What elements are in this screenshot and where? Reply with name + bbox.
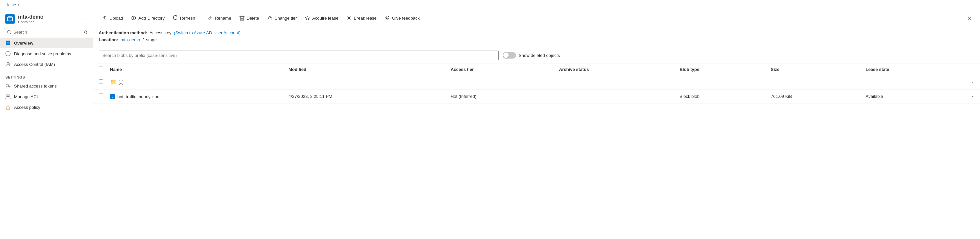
table-row: 📁 [..]: [93, 75, 980, 89]
rename-button[interactable]: Rename: [204, 13, 234, 23]
close-button[interactable]: ✕: [964, 14, 975, 24]
row-2-checkbox[interactable]: [99, 93, 103, 98]
toolbar: Upload Add Directory: [93, 10, 980, 26]
upload-button[interactable]: Upload: [99, 13, 126, 23]
row-2-modified: 4/27/2023, 3:25:11 PM: [283, 89, 445, 103]
sidebar-title: mta-demo: [18, 14, 77, 20]
row-checkbox-cell-2: [93, 89, 105, 103]
add-directory-button[interactable]: Add Directory: [128, 13, 168, 23]
svg-point-19: [8, 108, 8, 109]
toolbar-divider-1: [201, 14, 201, 22]
acquire-lease-icon: [305, 15, 310, 21]
archive-status-column-header: Archive status: [554, 64, 675, 75]
location-account-link[interactable]: mta-demo: [121, 37, 140, 42]
table-header-row: Name Modified Access tier Archive status…: [93, 64, 980, 75]
sidebar-more-button[interactable]: ···: [81, 15, 88, 23]
row-2-name: J bnt_traffic_hourly.json: [105, 89, 283, 103]
row-1-modified: [283, 75, 445, 89]
info-bar: Authentication method: Access key (Switc…: [93, 26, 980, 47]
key-icon: [5, 83, 11, 89]
row-2-more-button[interactable]: ···: [968, 92, 977, 101]
location-separator: /: [143, 37, 144, 42]
iam-icon: [5, 62, 11, 67]
svg-point-17: [8, 95, 10, 97]
content-area: Upload Add Directory: [93, 10, 980, 239]
refresh-button[interactable]: Refresh: [169, 13, 199, 23]
sidebar-search-row: [0, 27, 93, 38]
container-icon: [5, 14, 15, 24]
give-feedback-icon: [385, 15, 390, 21]
row-1-archive-status: [554, 75, 675, 89]
upload-icon: [102, 15, 107, 21]
delete-button[interactable]: Delete: [236, 13, 262, 23]
blobs-table: Name Modified Access tier Archive status…: [93, 64, 980, 104]
svg-line-3: [10, 33, 11, 34]
row-2-more-cell: ···: [963, 89, 980, 103]
svg-point-8: [8, 52, 8, 53]
give-feedback-button[interactable]: Give feedback: [381, 13, 423, 23]
change-tier-button[interactable]: Change tier: [264, 13, 300, 23]
row-1-more-cell: ···: [963, 75, 980, 89]
svg-rect-5: [8, 41, 10, 43]
sidebar-item-shared-access-label: Shared access tokens: [14, 84, 57, 89]
sidebar-item-manage-acl-label: Manage ACL: [14, 94, 39, 99]
content-wrapper: ✕ Upload: [93, 10, 980, 239]
sidebar-collapse-button[interactable]: [82, 28, 90, 36]
sidebar-item-manage-acl[interactable]: Manage ACL: [0, 91, 93, 102]
break-lease-button[interactable]: Break lease: [343, 13, 380, 23]
json-file-icon: J: [110, 94, 115, 99]
breadcrumb-home-link[interactable]: Home: [5, 3, 16, 7]
auth-label: Authentication method:: [99, 30, 147, 35]
sidebar-item-diagnose[interactable]: Diagnose and solve problems: [0, 48, 93, 59]
svg-point-16: [6, 95, 8, 97]
sidebar-item-iam[interactable]: Access Control (IAM): [0, 59, 93, 70]
auth-switch-link[interactable]: (Switch to Azure AD User Account): [173, 30, 240, 35]
location-label: Location:: [99, 37, 118, 42]
row-1-blob-type: [675, 75, 766, 89]
row-1-access-tier: [445, 75, 554, 89]
sidebar-item-overview[interactable]: Overview: [0, 38, 93, 48]
select-all-checkbox[interactable]: [99, 66, 103, 71]
row-2-lease-state: Available: [860, 89, 963, 103]
size-column-header: Size: [765, 64, 860, 75]
row-1-size: [765, 75, 860, 89]
folder-icon: 📁: [110, 79, 117, 85]
change-tier-icon: [267, 15, 272, 21]
show-deleted-toggle-container: Show deleted objects: [503, 52, 560, 59]
acquire-lease-button[interactable]: Acquire lease: [301, 13, 342, 23]
svg-point-33: [388, 17, 388, 17]
sidebar: mta-demo Container ···: [0, 10, 93, 239]
select-all-header: [93, 64, 105, 75]
row-1-name: 📁 [..]: [105, 75, 283, 89]
actions-header: [963, 64, 980, 75]
sidebar-item-access-policy[interactable]: Access policy: [0, 102, 93, 112]
show-deleted-label: Show deleted objects: [519, 53, 560, 58]
sidebar-item-overview-label: Overview: [14, 41, 33, 46]
refresh-icon: [173, 15, 178, 21]
blob-search-row: Show deleted objects: [93, 47, 980, 64]
row-1-checkbox[interactable]: [99, 79, 103, 84]
show-deleted-toggle[interactable]: [503, 52, 516, 59]
blob-table: Name Modified Access tier Archive status…: [93, 64, 980, 239]
break-lease-icon: [346, 15, 352, 21]
add-directory-icon: [131, 15, 136, 21]
toggle-knob: [503, 52, 509, 58]
auth-value: Access key: [150, 30, 171, 35]
row-1-more-button[interactable]: ···: [968, 78, 977, 87]
sidebar-item-shared-access-tokens[interactable]: Shared access tokens: [0, 81, 93, 91]
location-container: stage: [146, 37, 157, 42]
row-2-archive-status: [554, 89, 675, 103]
modified-column-header: Modified: [283, 64, 445, 75]
sidebar-search-input[interactable]: [13, 30, 80, 35]
svg-rect-4: [6, 41, 8, 43]
delete-icon: [239, 15, 245, 21]
blob-search-input[interactable]: [99, 51, 499, 60]
svg-rect-0: [7, 17, 13, 21]
row-1-lease-state: [860, 75, 963, 89]
row-checkbox-cell-1: [93, 75, 105, 89]
lock-icon: [5, 104, 11, 110]
row-2-access-tier: Hot (Inferred): [445, 89, 554, 103]
sidebar-header: mta-demo Container ···: [0, 10, 93, 27]
row-2-size: 761.09 KiB: [765, 89, 860, 103]
sidebar-item-iam-label: Access Control (IAM): [14, 62, 55, 67]
